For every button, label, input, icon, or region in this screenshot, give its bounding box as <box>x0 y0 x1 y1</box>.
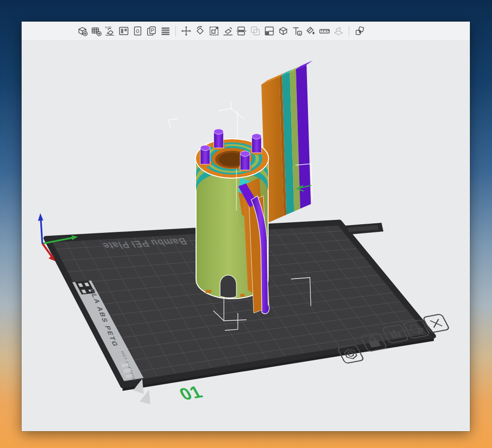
base-chip <box>240 294 245 297</box>
scale-icon <box>208 25 220 37</box>
cylinder-arch-notch <box>220 275 236 298</box>
move-icon <box>180 25 192 37</box>
purple-peg <box>200 145 210 165</box>
toolbar-separator <box>349 26 349 36</box>
assembly-view-button <box>332 25 344 37</box>
measure-icon <box>319 25 331 37</box>
seam-painting-icon <box>277 25 289 37</box>
mesh-boolean-button <box>249 25 262 37</box>
measure-button[interactable] <box>319 25 331 37</box>
assemble-icon <box>354 25 366 37</box>
toolbar-separator <box>175 26 176 36</box>
place-on-face-icon <box>222 25 234 37</box>
purple-peg <box>240 151 250 170</box>
text-icon: a <box>291 25 303 37</box>
cut-icon <box>235 25 247 37</box>
split-to-objects-button[interactable]: 0 <box>132 25 144 37</box>
split-to-parts-button[interactable]: P <box>145 25 158 37</box>
svg-text:P: P <box>151 28 154 33</box>
assemble-button[interactable] <box>353 25 366 37</box>
color-painting-button[interactable] <box>305 25 317 37</box>
color-slab-model[interactable] <box>261 61 313 224</box>
arrange-button[interactable] <box>118 25 130 37</box>
purple-peg <box>252 134 261 153</box>
split-to-parts-icon: P <box>146 25 158 37</box>
rotate-button[interactable] <box>194 25 207 37</box>
viewport-3d[interactable]: PLA ABS PETGHOT SURFACEBambu PEI Plate01 <box>22 41 470 431</box>
toolbar: AUTO0Pa <box>22 22 470 41</box>
color-painting-icon <box>305 25 317 37</box>
assembly-view-icon <box>332 25 344 37</box>
support-painting-icon <box>263 25 275 37</box>
scale-button[interactable] <box>208 25 220 37</box>
auto-orient-icon: AUTO <box>104 25 116 37</box>
svg-text:a: a <box>298 32 300 35</box>
add-object-button[interactable] <box>76 25 88 37</box>
plate-number: 01 <box>176 382 206 404</box>
app-window: AUTO0Pa PLA ABS PETGHOT SURFACEBambu PEI… <box>22 22 470 431</box>
support-painting-button[interactable] <box>263 25 276 37</box>
add-plate-button[interactable] <box>90 25 102 37</box>
move-button[interactable] <box>180 25 193 37</box>
delete-plate-icon <box>430 319 442 328</box>
place-on-face-button[interactable] <box>221 25 234 37</box>
desktop-background: AUTO0Pa PLA ABS PETGHOT SURFACEBambu PEI… <box>0 0 492 448</box>
z-axis <box>41 220 42 243</box>
text-button[interactable]: a <box>291 25 303 37</box>
svg-text:0: 0 <box>136 28 139 34</box>
variable-layer-height-button[interactable] <box>159 25 172 37</box>
purple-peg <box>214 129 223 148</box>
add-plate-icon <box>90 25 102 37</box>
cylinder-model[interactable] <box>195 129 269 314</box>
mesh-boolean-icon <box>249 25 261 37</box>
cut-button[interactable] <box>235 25 248 37</box>
add-object-icon <box>76 25 88 37</box>
variable-layer-height-icon <box>160 25 172 37</box>
rotate-icon <box>194 25 206 37</box>
seam-painting-button[interactable] <box>277 25 289 37</box>
auto-orient-button[interactable]: AUTO <box>104 25 116 37</box>
base-chip <box>206 290 211 293</box>
split-to-objects-icon: 0 <box>132 25 144 37</box>
arrange-icon <box>118 25 130 37</box>
